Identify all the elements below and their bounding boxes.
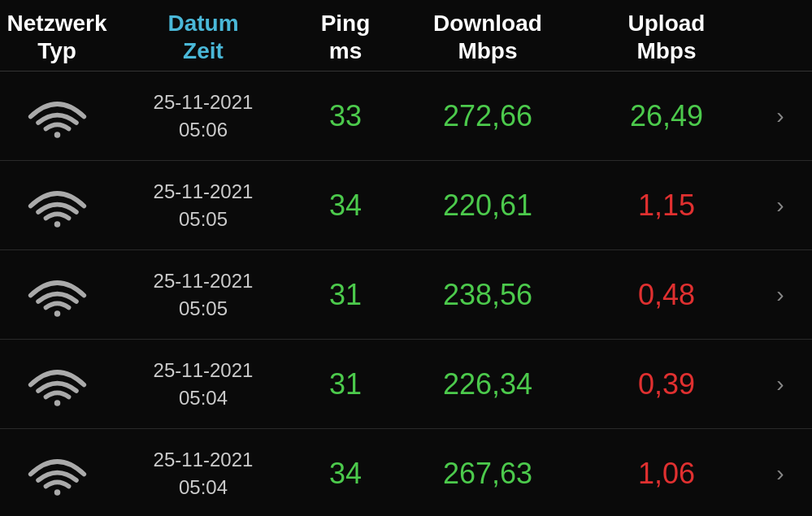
table-row[interactable]: 25-11-2021 05:04 31 226,34 0,39 › bbox=[0, 340, 812, 429]
row-chevron[interactable]: › bbox=[756, 282, 805, 308]
upload-value: 1,15 bbox=[577, 189, 756, 223]
header-upload: Upload Mbps bbox=[577, 10, 756, 64]
wifi-icon bbox=[0, 352, 114, 417]
time-value: 05:04 bbox=[179, 476, 228, 498]
download-value: 272,66 bbox=[398, 99, 577, 133]
svg-point-0 bbox=[54, 132, 60, 138]
header-ping: Ping ms bbox=[293, 10, 398, 64]
upload-value: 0,48 bbox=[577, 278, 756, 312]
download-value: 226,34 bbox=[398, 367, 577, 401]
svg-point-3 bbox=[54, 400, 60, 406]
table-row[interactable]: 25-11-2021 05:04 34 267,63 1,06 › bbox=[0, 429, 812, 516]
ping-value: 31 bbox=[293, 367, 398, 401]
download-value: 220,61 bbox=[398, 189, 577, 223]
svg-point-2 bbox=[54, 310, 60, 317]
date-time-cell: 25-11-2021 05:06 bbox=[114, 89, 293, 143]
upload-value: 26,49 bbox=[577, 99, 756, 133]
ping-value: 34 bbox=[293, 457, 398, 491]
wifi-icon bbox=[0, 441, 114, 506]
download-value: 238,56 bbox=[398, 278, 577, 312]
time-value: 05:05 bbox=[179, 208, 228, 230]
ping-value: 31 bbox=[293, 278, 398, 312]
date-value: 25-11-2021 bbox=[154, 91, 254, 113]
date-time-cell: 25-11-2021 05:05 bbox=[114, 267, 293, 322]
wifi-icon bbox=[0, 173, 114, 238]
date-time-cell: 25-11-2021 05:05 bbox=[114, 178, 293, 232]
header-download: Download Mbps bbox=[398, 10, 577, 64]
date-time-cell: 25-11-2021 05:04 bbox=[114, 357, 293, 411]
time-value: 05:04 bbox=[179, 387, 228, 409]
row-chevron[interactable]: › bbox=[756, 371, 805, 397]
table-row[interactable]: 25-11-2021 05:06 33 272,66 26,49 › bbox=[0, 72, 812, 161]
row-chevron[interactable]: › bbox=[756, 461, 805, 487]
table-body: 25-11-2021 05:06 33 272,66 26,49 › 25-11… bbox=[0, 72, 812, 516]
row-chevron[interactable]: › bbox=[756, 103, 805, 129]
date-value: 25-11-2021 bbox=[154, 359, 254, 381]
table-row[interactable]: 25-11-2021 05:05 31 238,56 0,48 › bbox=[0, 250, 812, 340]
wifi-icon bbox=[0, 262, 114, 327]
header-date-time: Datum Zeit bbox=[114, 10, 293, 64]
speed-test-table: Netzwerk Typ Datum Zeit Ping ms Download… bbox=[0, 0, 812, 516]
date-value: 25-11-2021 bbox=[154, 449, 254, 470]
ping-value: 33 bbox=[293, 99, 398, 133]
row-chevron[interactable]: › bbox=[756, 193, 805, 219]
time-value: 05:05 bbox=[179, 297, 228, 319]
time-value: 05:06 bbox=[179, 119, 228, 141]
date-time-cell: 25-11-2021 05:04 bbox=[114, 446, 293, 501]
date-value: 25-11-2021 bbox=[154, 270, 254, 292]
svg-point-4 bbox=[54, 489, 60, 496]
wifi-icon bbox=[0, 84, 114, 149]
date-value: 25-11-2021 bbox=[154, 180, 254, 202]
download-value: 267,63 bbox=[398, 457, 577, 491]
table-header: Netzwerk Typ Datum Zeit Ping ms Download… bbox=[0, 0, 812, 72]
ping-value: 34 bbox=[293, 189, 398, 223]
upload-value: 1,06 bbox=[577, 457, 756, 491]
upload-value: 0,39 bbox=[577, 367, 756, 401]
svg-point-1 bbox=[54, 221, 60, 228]
table-row[interactable]: 25-11-2021 05:05 34 220,61 1,15 › bbox=[0, 161, 812, 250]
header-network-type: Netzwerk Typ bbox=[0, 10, 114, 64]
